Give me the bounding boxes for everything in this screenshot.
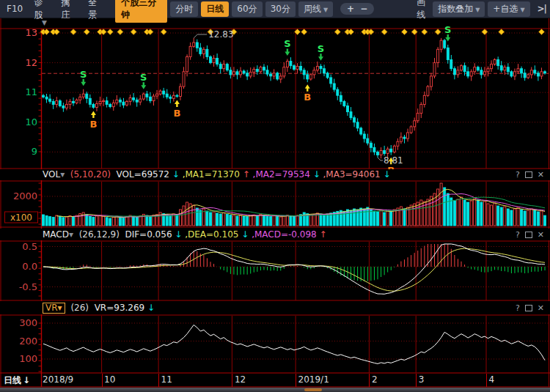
header-segment: VR▾	[43, 303, 65, 314]
maximize-icon[interactable]	[525, 171, 532, 178]
header-segment: ,DEA=0.105	[185, 229, 238, 240]
month-separator	[296, 374, 296, 387]
month-separator	[158, 374, 159, 387]
header-segment: ↓	[238, 229, 252, 240]
svg-text:2000: 2000	[13, 191, 37, 201]
month-separator	[232, 374, 232, 387]
close-icon[interactable]: ✕	[538, 229, 544, 240]
period-tab-60min[interactable]: 60分	[232, 1, 262, 17]
zoom-out-button[interactable]: −	[360, 4, 367, 14]
header-segment: DIF=0.056	[125, 229, 172, 240]
svg-text:200: 200	[19, 336, 37, 347]
date-label: 11	[161, 374, 172, 385]
svg-text:9: 9	[32, 146, 37, 157]
svg-text:11: 11	[25, 86, 37, 97]
header-segment: ↓	[172, 229, 186, 240]
index-overlay-dropdown[interactable]: 指数叠加▼	[433, 1, 485, 17]
header-segment: ↑	[240, 169, 253, 180]
svg-text:-0.5: -0.5	[19, 281, 37, 292]
header-segment: VOL=69572	[117, 169, 169, 180]
period-dropdown-weekly[interactable]: 周线▼	[298, 1, 333, 17]
header-segment: MACD	[43, 229, 69, 240]
macd-indicator-dropdown[interactable]: MACD▾ (26,12,9) DIF=0.056 ↓ ,DEA=0.105 ↓…	[43, 229, 327, 240]
header-segment: ▾	[69, 229, 79, 240]
vol-panel-header: VOL▾ (5,10,20) VOL=69572 ↓ ,MA1=71370 ↑ …	[0, 169, 550, 180]
add-watchlist-dropdown[interactable]: +自选▼	[488, 1, 529, 17]
chevron-down-icon: ▼	[475, 7, 480, 13]
maximize-icon[interactable]	[525, 232, 532, 238]
add-watchlist-label: +自选	[493, 4, 518, 14]
vol-indicator-dropdown[interactable]: VOL▾ (5,10,20) VOL=69572 ↓ ,MA1=71370 ↑ …	[43, 169, 391, 180]
svg-text:x100: x100	[10, 212, 32, 223]
date-label: 3	[419, 374, 425, 385]
svg-text:S: S	[80, 69, 87, 80]
month-separator	[486, 374, 487, 387]
header-segment: ,MA2=79534	[253, 169, 310, 180]
header-segment: ↓	[381, 169, 391, 180]
header-segment: VOL	[43, 169, 60, 180]
period-label[interactable]: 日线↓	[4, 374, 30, 387]
chart-plot-area[interactable]: 1312111092000x1000.50.0-0.5300200100SSSS…	[0, 18, 550, 388]
close-icon[interactable]: ✕	[538, 303, 544, 314]
vol-panel-icons: ? ✕	[516, 169, 544, 180]
header-segment: (5,10,20)	[70, 169, 117, 180]
help-icon[interactable]: ?	[516, 169, 520, 180]
svg-text:12.83: 12.83	[208, 29, 233, 40]
vr-panel-icons: ? ✕	[516, 303, 544, 314]
stock-chart-window: F10 诊股 擒庄 全景 个股三分钟 分时 日线 60分 30分 周线▼ +− …	[0, 0, 550, 392]
header-segment: ↑	[317, 229, 327, 240]
svg-text:S: S	[284, 38, 290, 49]
date-label: 12	[235, 374, 246, 385]
svg-text:S: S	[444, 24, 451, 35]
svg-text:300: 300	[19, 317, 37, 328]
svg-text:B: B	[304, 92, 311, 103]
period-tab-intraday[interactable]: 分时	[170, 1, 198, 17]
zoom-controls: +−	[340, 3, 374, 15]
date-label: 4	[488, 374, 494, 385]
maximize-icon[interactable]	[525, 305, 532, 311]
down-arrow-icon: ↓	[23, 375, 30, 385]
header-segment: VR=93.269	[95, 303, 145, 314]
svg-text:0.0: 0.0	[22, 261, 37, 272]
window-bottom-edge	[0, 388, 550, 392]
zoom-in-button[interactable]: +	[347, 4, 354, 14]
header-segment: (26)	[68, 303, 95, 314]
header-segment: ▾	[60, 169, 70, 180]
svg-text:12: 12	[25, 57, 37, 68]
svg-text:S: S	[318, 43, 324, 54]
period-label-text: 日线	[4, 375, 21, 385]
svg-text:8.81: 8.81	[384, 155, 403, 166]
help-icon[interactable]: ?	[516, 303, 520, 314]
tab-f10[interactable]: F10	[7, 4, 23, 14]
header-segment: ,MA1=71370	[183, 169, 240, 180]
svg-text:B: B	[173, 108, 180, 119]
expand-panel-button[interactable]: >|	[538, 4, 546, 14]
period-tab-30min[interactable]: 30分	[265, 1, 296, 17]
vr-panel-header: VR▾ (26) VR=93.269 ↓ ? ✕	[0, 301, 550, 314]
month-separator	[416, 374, 417, 387]
period-tab-daily[interactable]: 日线	[201, 1, 229, 17]
header-segment: ↓	[310, 169, 323, 180]
close-icon[interactable]: ✕	[538, 169, 544, 180]
macd-panel-icons: ? ✕	[516, 229, 544, 240]
scroll-caret-icon[interactable]: ▼	[42, 19, 47, 26]
svg-text:B: B	[89, 119, 97, 130]
header-segment: ,MACD=-0.098	[252, 229, 317, 240]
toolbar: F10 诊股 擒庄 全景 个股三分钟 分时 日线 60分 30分 周线▼ +− …	[0, 0, 550, 18]
month-separator	[102, 374, 103, 387]
svg-text:100: 100	[19, 353, 37, 364]
svg-text:0.5: 0.5	[22, 241, 37, 252]
help-icon[interactable]: ?	[516, 229, 520, 240]
header-segment: ↓	[169, 169, 183, 180]
date-label: 2018/9	[43, 374, 73, 385]
weekly-label: 周线	[304, 4, 321, 14]
vr-indicator-dropdown[interactable]: VR▾ (26) VR=93.269 ↓	[43, 303, 155, 314]
overlay-label: 指数叠加	[438, 4, 473, 14]
macd-panel-header: MACD▾ (26,12,9) DIF=0.056 ↓ ,DEA=0.105 ↓…	[0, 229, 550, 240]
date-label: 2019/1	[298, 374, 329, 385]
svg-text:13: 13	[25, 27, 37, 38]
header-segment: ,MA3=94061	[323, 169, 381, 180]
header-segment: ↓	[144, 303, 155, 314]
bottom-edge-glow	[304, 388, 322, 391]
month-separator	[369, 374, 370, 387]
